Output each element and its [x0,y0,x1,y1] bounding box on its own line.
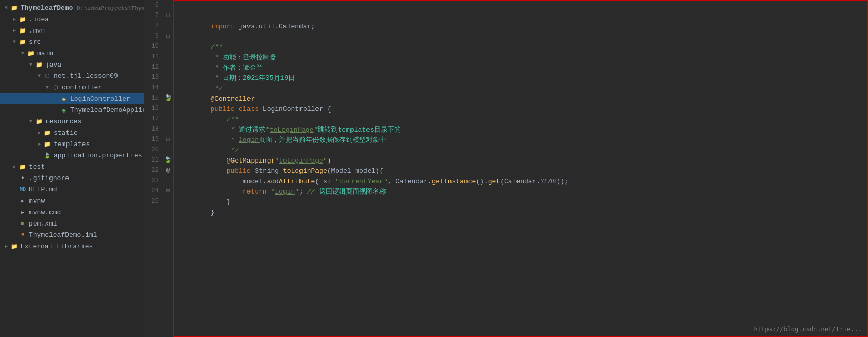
thymeleaf-app-label: ThymeleafDemoApplication [70,106,144,114]
gutter-8 [163,21,173,31]
gutter-6 [163,0,173,10]
controller-icon: ⬡ [52,83,60,91]
code-gutter: ⊟ ⊟ 🍃 ⊟ 🍃 @ ⊟ [163,0,173,337]
help-md-icon: MD [19,185,27,194]
idea-label: .idea [29,15,49,23]
src-label: src [29,38,41,46]
sidebar-item-mvnw-cmd[interactable]: ▶ ▶ mvnw.cmd [0,206,144,218]
test-arrow: ▶ [10,164,19,170]
gutter-14 [163,83,173,93]
mvn-folder-icon: 📁 [19,26,27,35]
test-label: test [29,163,45,171]
sidebar-item-main[interactable]: ▼ 📁 main [0,47,144,59]
sidebar-item-mvnw[interactable]: ▶ ▶ mvnw [0,195,144,206]
sidebar-item-package[interactable]: ▼ ⬡ net.tjl.lesson09 [0,70,144,82]
thymeleaf-iml-label: ThymeleafDemo.iml [29,231,97,239]
pom-xml-label: pom.xml [29,220,57,228]
gutter-21: 🍃 @ [163,155,173,165]
java-arrow: ▼ [27,62,35,68]
project-tree[interactable]: ▼ 📁 ThymeleafDemo D:\ideaProjects\Thymel… [0,0,144,337]
ext-lib-icon: 📁 [10,242,19,250]
package-label: net.tjl.lesson09 [54,72,118,80]
sidebar-item-app-properties[interactable]: ▶ 🍃 application.properties [0,150,144,161]
main-arrow: ▼ [19,51,27,56]
login-controller-icon: ◉ [60,94,68,103]
static-folder-icon: 📁 [43,129,52,137]
ext-lib-arrow: ▶ [2,243,10,249]
project-root-label: ThymeleafDemo D:\ideaProjects\ThymeleafD… [21,4,144,12]
gutter-19: ⊟ [163,134,173,145]
gutter-24: ⊟ [163,186,173,196]
idea-arrow: ▶ [10,16,19,22]
gutter-20 [163,145,173,155]
sidebar-item-test[interactable]: ▶ 📁 test [0,161,144,172]
gutter-7: ⊟ [163,10,173,21]
mvnw-cmd-label: mvnw.cmd [29,208,61,216]
code-line-7: import java.util.Calendar; [178,11,867,22]
app-properties-icon: 🍃 [43,151,52,159]
gitignore-icon: ● [19,174,27,182]
templates-arrow: ▶ [35,141,43,147]
line-numbers: 6 7 8 9 10 11 12 13 14 15 16 17 18 19 20… [144,0,163,337]
thymeleaf-app-icon: ◉ [60,106,68,114]
app-properties-label: application.properties [54,152,142,159]
sidebar-item-thymeleaf-iml[interactable]: ▶ ■ ThymeleafDemo.iml [0,229,144,240]
root-arrow: ▼ [2,5,10,11]
sidebar-item-gitignore[interactable]: ▶ ● .gitignore [0,172,144,184]
mvn-arrow: ▶ [10,27,19,34]
gutter-12 [163,62,173,72]
sidebar-item-controller[interactable]: ▼ ⬡ controller [0,82,144,93]
resources-label: resources [45,118,81,125]
controller-arrow: ▼ [43,85,52,90]
help-md-label: HELP.md [29,186,57,194]
sidebar-item-resources[interactable]: ▼ 📁 resources [0,116,144,127]
sidebar-item-java[interactable]: ▼ 📁 java [0,59,144,70]
mvnw-cmd-icon: ▶ [19,208,27,216]
project-root[interactable]: ▼ 📁 ThymeleafDemo D:\ideaProjects\Thymel… [0,2,144,13]
sidebar-item-idea[interactable]: ▶ 📁 .idea [0,13,144,25]
sidebar-item-pom-xml[interactable]: ▶ m pom.xml [0,218,144,229]
code-editor[interactable]: 6 7 8 9 10 11 12 13 14 15 16 17 18 19 20… [144,0,868,337]
main-label: main [37,50,53,57]
resources-arrow: ▼ [27,119,35,124]
code-line-6 [178,1,867,11]
gutter-17 [163,114,173,124]
sidebar-item-static[interactable]: ▶ 📁 static [0,127,144,138]
gutter-13 [163,72,173,83]
ext-lib-label: External Libraries [21,243,93,250]
gutter-11 [163,52,173,62]
sidebar-item-help-md[interactable]: ▶ MD HELP.md [0,184,144,195]
package-icon: ⬡ [43,72,52,80]
gitignore-label: .gitignore [29,174,69,182]
gutter-10 [163,41,173,52]
gutter-16 [163,103,173,114]
sidebar-item-external-libraries[interactable]: ▶ 📁 External Libraries [0,240,144,252]
sidebar-item-src[interactable]: ▼ 📁 src [0,36,144,47]
idea-folder-icon: 📁 [19,15,27,23]
sidebar-item-templates[interactable]: ▶ 📁 templates [0,138,144,150]
sidebar-item-thymeleaf-app[interactable]: ▶ ◉ ThymeleafDemoApplication [0,104,144,116]
controller-label: controller [62,84,102,91]
static-arrow: ▶ [35,130,43,136]
mvnw-icon: ▶ [19,197,27,205]
templates-label: templates [54,140,90,148]
code-line-20: @GetMapping("toLoginPage") [178,146,867,156]
mvnw-label: mvnw [29,197,45,205]
package-arrow: ▼ [35,73,43,79]
code-line-12: * 日期：2021年05月19日 [178,63,867,73]
templates-folder-icon: 📁 [43,140,52,148]
sidebar-item-mvn[interactable]: ▶ 📁 .mvn [0,25,144,36]
static-label: static [54,129,78,137]
src-folder-icon: 📁 [19,38,27,46]
gutter-15: 🍃 [163,93,173,103]
resources-folder-icon: 📁 [35,117,43,125]
test-folder-icon: 📁 [19,163,27,171]
gutter-9: ⊟ [163,31,173,41]
java-folder-icon: 📁 [35,60,43,69]
java-label: java [45,61,61,69]
code-line-9: /** [178,32,867,42]
project-icon: 📁 [10,4,19,12]
code-line-10: * 功能：登录控制器 [178,42,867,53]
sidebar-item-login-controller[interactable]: ▶ ◉ LoginController [0,93,144,104]
mvn-label: .mvn [29,27,45,35]
